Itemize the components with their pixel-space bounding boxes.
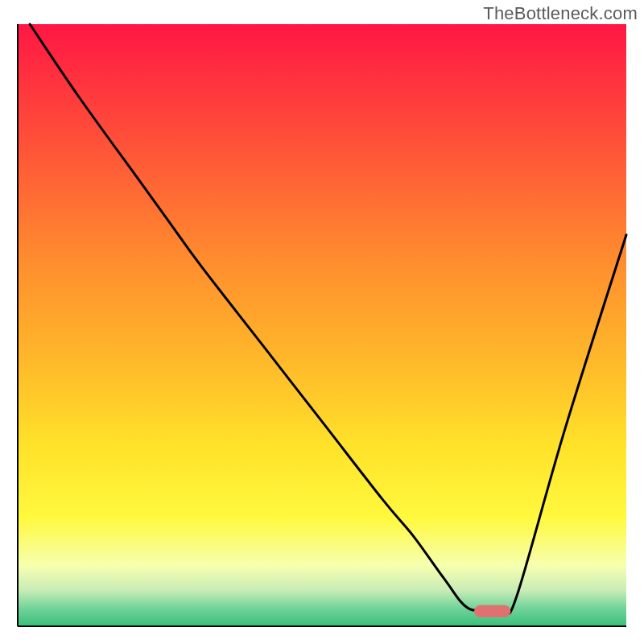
- bottleneck-chart: TheBottleneck.com: [0, 0, 644, 644]
- chart-canvas: [0, 0, 644, 644]
- optimal-marker: [474, 605, 510, 617]
- watermark-text: TheBottleneck.com: [483, 3, 638, 24]
